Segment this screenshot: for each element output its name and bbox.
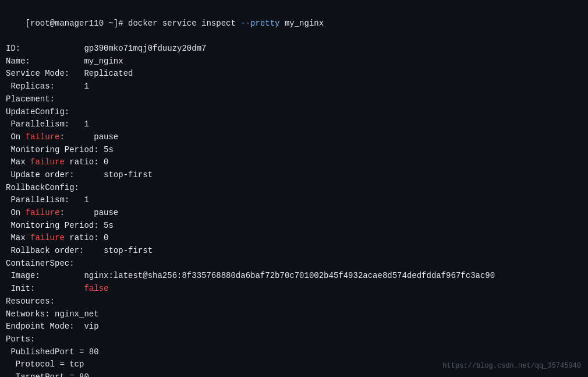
line-image: Image: nginx:latest@sha256:8f335768880da… <box>6 270 582 283</box>
line-rollback-order: Rollback order: stop-first <box>6 245 582 258</box>
line-monitoring2: Monitoring Period: 5s <box>6 220 582 232</box>
line-max-failure2: Max failure ratio: 0 <box>6 232 582 245</box>
line-replicas: Replicas: 1 <box>6 80 582 93</box>
line-updateconfig: UpdateConfig: <box>6 106 582 119</box>
line-resources: Resources: <box>6 295 582 308</box>
line-parallelism2: Parallelism: 1 <box>6 194 582 207</box>
command-line: [root@manager110 ~]# docker service insp… <box>6 5 582 43</box>
line-target-port: TargetPort = 80 <box>6 371 582 377</box>
line-on-failure1: On failure: pause <box>6 131 582 144</box>
line-name: Name: my_nginx <box>6 55 582 68</box>
line-update-order: Update order: stop-first <box>6 169 582 182</box>
prompt: [root@manager110 ~]# <box>26 19 128 28</box>
line-published-port: PublishedPort = 80 <box>6 346 582 359</box>
line-placement: Placement: <box>6 93 582 106</box>
line-ports: Ports: <box>6 333 582 346</box>
line-networks: Networks: nginx_net <box>6 308 582 321</box>
line-parallelism1: Parallelism: 1 <box>6 118 582 131</box>
command-text: docker service inspect <box>128 19 240 28</box>
watermark: https://blog.csdn.net/qq_35745940 <box>442 362 581 370</box>
line-service-mode: Service Mode: Replicated <box>6 68 582 80</box>
line-monitoring1: Monitoring Period: 5s <box>6 144 582 157</box>
line-on-failure2: On failure: pause <box>6 207 582 220</box>
terminal: [root@manager110 ~]# docker service insp… <box>0 0 588 377</box>
line-rollbackconfig: RollbackConfig: <box>6 182 582 195</box>
line-id: ID: gp390mko71mqj0fduuzy20dm7 <box>6 43 582 55</box>
line-max-failure1: Max failure ratio: 0 <box>6 156 582 169</box>
service-name: my_nginx <box>280 19 324 28</box>
line-init: Init: false <box>6 283 582 295</box>
line-endpoint-mode: Endpoint Mode: vip <box>6 320 582 333</box>
line-containerspec: ContainerSpec: <box>6 258 582 270</box>
pretty-flag: --pretty <box>240 19 279 28</box>
